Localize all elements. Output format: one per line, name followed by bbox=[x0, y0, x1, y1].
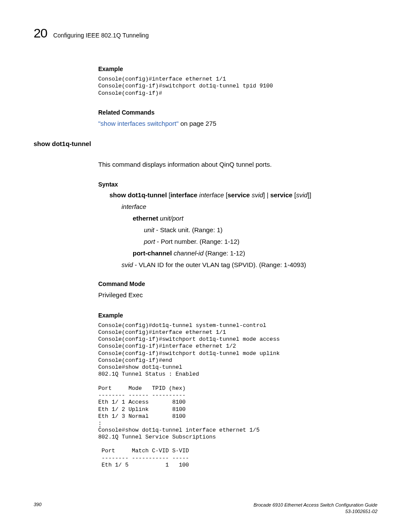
syntax-port-channel: port-channel channel-id (Range: 1-12) bbox=[133, 249, 377, 257]
footer-title: Brocade 6910 Ethernet Access Switch Conf… bbox=[253, 502, 377, 507]
command-name-heading: show dot1q-tunnel bbox=[34, 140, 377, 147]
example-1-block: Example Console(config)#interface ethern… bbox=[98, 65, 377, 97]
syntax-block: Syntax show dot1q-tunnel [interface inte… bbox=[98, 181, 377, 268]
command-mode-heading: Command Mode bbox=[98, 280, 377, 287]
running-header: 20 Configuring IEEE 802.1Q Tunneling bbox=[34, 26, 377, 40]
command-mode-text: Privileged Exec bbox=[98, 291, 377, 299]
command-description: This command displays information about … bbox=[98, 160, 377, 169]
syntax-line: show dot1q-tunnel [interface interface [… bbox=[109, 191, 377, 199]
page-number: 390 bbox=[34, 502, 41, 507]
chapter-title: Configuring IEEE 802.1Q Tunneling bbox=[53, 32, 149, 39]
example-2-block: Example Console(config)#dot1q-tunnel sys… bbox=[98, 312, 377, 469]
show-interfaces-switchport-link[interactable]: "show interfaces switchport" bbox=[98, 120, 179, 127]
example-2-ellipsis: . . . bbox=[98, 420, 377, 427]
link-pageref: on page 275 bbox=[179, 120, 217, 127]
syntax-ethernet: ethernet unit/port bbox=[133, 215, 377, 222]
footer-docnum: 53-1002651-02 bbox=[345, 509, 377, 514]
footer-right: Brocade 6910 Ethernet Access Switch Conf… bbox=[253, 502, 377, 515]
example-1-code: Console(config)#interface ethernet 1/1 C… bbox=[98, 76, 377, 97]
related-commands-heading: Related Commands bbox=[98, 109, 377, 116]
syntax-unit: unit - Stack unit. (Range: 1) bbox=[144, 226, 377, 233]
syntax-port: port - Port number. (Range: 1-12) bbox=[144, 238, 377, 245]
example-2-heading: Example bbox=[98, 312, 377, 319]
example-2-code-part2: Console#show dot1q-tunnel interface ethe… bbox=[98, 427, 377, 469]
chapter-number: 20 bbox=[34, 26, 47, 40]
page: 20 Configuring IEEE 802.1Q Tunneling Exa… bbox=[0, 0, 411, 532]
example-2-code-part1: Console(config)#dot1q-tunnel system-tunn… bbox=[98, 322, 377, 420]
syntax-svid: svid - VLAN ID for the outer VLAN tag (S… bbox=[121, 261, 377, 268]
command-mode-block: Command Mode Privileged Exec bbox=[98, 280, 377, 299]
syntax-heading: Syntax bbox=[98, 181, 377, 188]
related-commands-block: Related Commands "show interfaces switch… bbox=[98, 109, 377, 128]
related-commands-link-line: "show interfaces switchport" on page 275 bbox=[98, 119, 377, 128]
syntax-interface-param: interface bbox=[121, 203, 377, 210]
example-heading: Example bbox=[98, 65, 377, 72]
page-footer: 390 Brocade 6910 Ethernet Access Switch … bbox=[34, 502, 377, 515]
